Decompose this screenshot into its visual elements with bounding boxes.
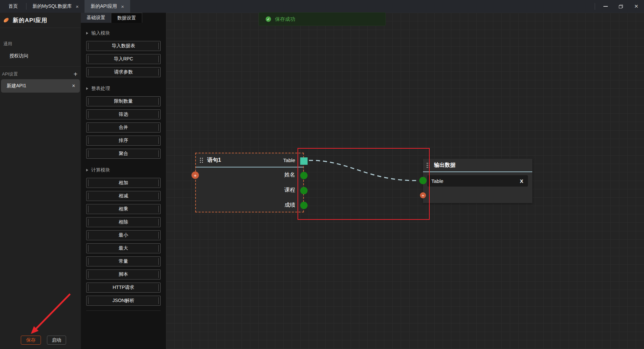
tab-basic-settings[interactable]: 基础设置 [81, 13, 111, 23]
tab-mysql-label: 新的MySQL数据库 [33, 3, 72, 9]
module-button-import-rpc[interactable]: 导入RPC [86, 54, 161, 64]
group-header-input-modules[interactable]: 输入模块 [86, 30, 166, 36]
module-button-http-request[interactable]: HTTP请求 [86, 283, 161, 293]
module-button-request-params[interactable]: 请求参数 [86, 67, 161, 77]
node-header: 输出数据 [423, 159, 532, 171]
collapse-arrow-icon [86, 32, 88, 35]
module-button-constant[interactable]: 常量 [86, 256, 161, 266]
tab-api-label: 新的API应用 [91, 3, 117, 9]
app-title: 新的API应用 [13, 16, 47, 24]
window-controls-separator [595, 3, 595, 10]
minimize-icon [603, 6, 608, 7]
table-output-port[interactable] [300, 157, 308, 165]
tab-data-settings[interactable]: 数据设置 [111, 13, 142, 23]
output-row-label: Table [431, 178, 443, 184]
restore-icon [619, 5, 623, 8]
minimize-button[interactable] [598, 0, 613, 13]
module-button-max[interactable]: 最大 [86, 243, 161, 253]
sidebar-divider [0, 66, 81, 67]
toast-message: 保存成功 [275, 16, 295, 22]
module-button-json-parse[interactable]: JSON解析 [86, 296, 161, 306]
module-panel-tabs: 基础设置 数据设置 [81, 13, 166, 23]
field-output-port-score[interactable] [300, 202, 308, 209]
drag-handle-icon[interactable] [200, 157, 203, 163]
module-button-script[interactable]: 脚本 [86, 269, 161, 280]
node-title: 输出数据 [434, 162, 455, 169]
module-button-import-table[interactable]: 导入数据表 [86, 41, 161, 51]
api-item-label: 新建API1 [7, 83, 26, 89]
delete-row-button[interactable]: X [520, 178, 523, 184]
section-label-api-settings: API设置 [2, 71, 18, 77]
module-button-sort[interactable]: 排序 [86, 136, 161, 146]
sidebar-item-new-api1[interactable]: 新建API1 × [1, 79, 80, 93]
save-button[interactable]: 保存 [21, 336, 41, 345]
group-header-calc-modules[interactable]: 计算模块 [86, 167, 166, 173]
section-label-general: 通用 [3, 41, 12, 47]
module-panel: 基础设置 数据设置 输入模块 导入数据表 导入RPC 请求参数 整表处理 限制数… [81, 13, 166, 349]
module-button-add[interactable]: 相加 [86, 178, 161, 188]
add-api-icon[interactable]: + [73, 71, 77, 78]
module-button-merge[interactable]: 合并 [86, 122, 161, 133]
tab-home[interactable]: 首页 [0, 0, 26, 13]
module-button-filter[interactable]: 筛选 [86, 109, 161, 119]
group-header-table-processing[interactable]: 整表处理 [86, 86, 166, 92]
module-button-divide[interactable]: 相除 [86, 217, 161, 227]
field-output-port-course[interactable] [300, 187, 308, 194]
field-row-score: 成绩 [196, 198, 303, 213]
add-input-button[interactable]: + [192, 171, 199, 179]
module-list: 输入模块 导入数据表 导入RPC 请求参数 整表处理 限制数量 筛选 合并 排序… [81, 23, 166, 311]
node-header-underline [423, 171, 532, 172]
close-icon: ✕ [634, 3, 639, 9]
app-flame-icon [3, 17, 9, 23]
group-title: 输入模块 [91, 30, 110, 36]
field-output-port-name[interactable] [300, 172, 308, 179]
node-title: 语句1 [207, 157, 221, 164]
window-controls: ✕ [595, 0, 644, 13]
close-button[interactable]: ✕ [629, 0, 644, 13]
node-output-data[interactable]: 输出数据 Table X + [423, 159, 532, 203]
module-button-aggregate[interactable]: 聚合 [86, 149, 161, 159]
tab-home-label: 首页 [8, 3, 18, 9]
output-table-row[interactable]: Table X [427, 175, 528, 187]
table-input-port[interactable] [419, 177, 427, 184]
field-row-course: 课程 [196, 183, 303, 198]
tab-close-icon[interactable]: × [76, 4, 79, 9]
node-header: 语句1 Table [196, 153, 303, 167]
remove-api-icon[interactable]: × [72, 83, 75, 89]
tab-close-icon[interactable]: × [121, 4, 124, 9]
api-settings-row: API设置 + [2, 70, 77, 79]
group-title: 计算模块 [91, 167, 110, 173]
add-output-button[interactable]: + [420, 192, 426, 198]
table-output-label: Table [283, 157, 295, 163]
tab-mysql-database[interactable]: 新的MySQL数据库 × [26, 0, 85, 13]
start-button[interactable]: 启动 [47, 336, 66, 345]
module-button-multiply[interactable]: 相乘 [86, 204, 161, 214]
titlebar: 首页 新的MySQL数据库 × 新的API应用 × ✕ [0, 0, 644, 13]
collapse-arrow-icon [86, 87, 88, 90]
sidebar: 新的API应用 通用 授权访问 API设置 + 新建API1 × 保存 启动 [0, 13, 81, 349]
module-button-limit[interactable]: 限制数量 [86, 96, 161, 106]
node-statement1[interactable]: 语句1 Table 姓名 课程 成绩 + [195, 153, 304, 212]
sidebar-header: 新的API应用 [0, 13, 81, 28]
group-title: 整表处理 [91, 86, 110, 92]
save-success-toast: ✓ 保存成功 [259, 12, 386, 26]
module-panel-divider [86, 310, 161, 311]
success-check-icon: ✓ [266, 16, 271, 22]
module-button-min[interactable]: 最小 [86, 230, 161, 240]
module-button-subtract[interactable]: 相减 [86, 191, 161, 201]
drag-handle-icon[interactable] [427, 162, 430, 168]
field-row-name: 姓名 [196, 167, 303, 183]
tab-api-app[interactable]: 新的API应用 × [85, 0, 130, 13]
collapse-arrow-icon [86, 169, 88, 171]
sidebar-item-authorized-access[interactable]: 授权访问 [9, 53, 28, 59]
restore-button[interactable] [613, 0, 629, 13]
